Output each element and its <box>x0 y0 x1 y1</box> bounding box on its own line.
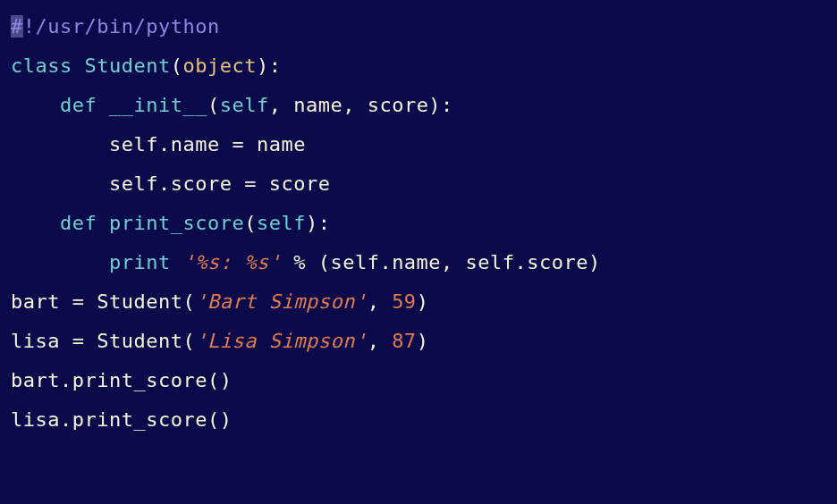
string-format: '%s: %s' <box>182 251 281 273</box>
code-line: bart.print_score() <box>11 369 232 391</box>
code-block[interactable]: #!/usr/bin/python class Student(object):… <box>0 0 837 447</box>
string-bart: 'Bart Simpson' <box>195 290 367 313</box>
shebang-comment: !/usr/bin/python <box>23 15 220 38</box>
keyword-def: def <box>60 94 97 116</box>
code-line: lisa.print_score() <box>11 408 232 431</box>
stmt-lisa-assign: lisa = Student( <box>11 330 195 352</box>
code-line: bart = Student('Bart Simpson', 59) <box>11 290 428 313</box>
code-line: print '%s: %s' % (self.name, self.score) <box>11 251 601 273</box>
code-line: self.score = score <box>11 172 330 195</box>
number-87: 87 <box>392 330 417 352</box>
keyword-class: class <box>11 55 72 77</box>
stmt-bart-call: bart.print_score() <box>11 369 232 391</box>
shebang-selected-char: # <box>11 15 23 38</box>
classname-student: Student <box>84 55 170 77</box>
keyword-def: def <box>60 212 97 234</box>
stmt-assign-score: self.score = score <box>109 172 330 195</box>
stmt-assign-name: self.name = name <box>109 133 306 155</box>
code-line: class Student(object): <box>11 55 281 77</box>
code-line: #!/usr/bin/python <box>11 15 220 38</box>
keyword-print: print <box>109 251 171 273</box>
param-self: self <box>220 94 269 116</box>
code-line: def print_score(self): <box>11 212 330 234</box>
code-line: def __init__(self, name, score): <box>11 94 453 116</box>
number-59: 59 <box>392 290 417 313</box>
code-line: self.name = name <box>11 133 306 155</box>
funcname-init: __init__ <box>109 94 207 116</box>
param-self: self <box>257 212 306 234</box>
stmt-bart-assign: bart = Student( <box>11 290 195 313</box>
builtin-object: object <box>182 55 256 77</box>
funcname-print-score: print_score <box>109 212 244 234</box>
string-lisa: 'Lisa Simpson' <box>195 330 367 352</box>
stmt-lisa-call: lisa.print_score() <box>11 408 232 431</box>
code-line: lisa = Student('Lisa Simpson', 87) <box>11 330 428 352</box>
